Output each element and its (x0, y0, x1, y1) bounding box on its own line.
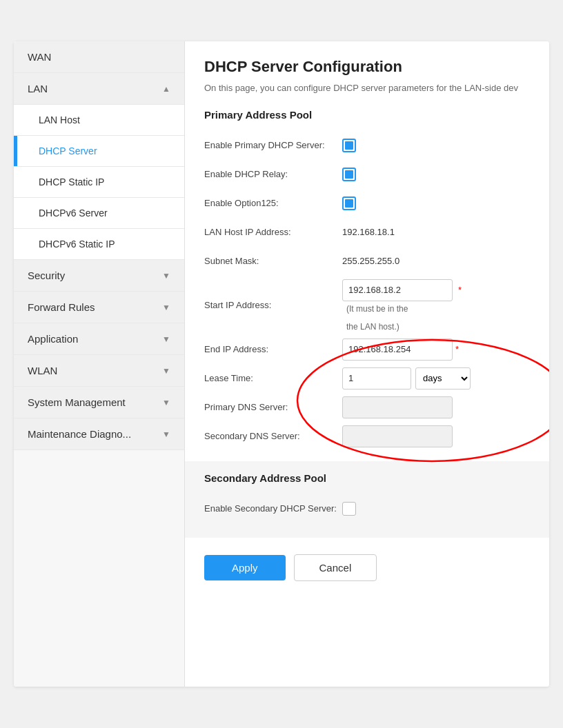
enable-primary-dhcp-checkbox[interactable] (342, 139, 356, 152)
page-description: On this page, you can configure DHCP ser… (204, 81, 530, 95)
sidebar-item-forward-rules[interactable]: Forward Rules ▼ (14, 292, 184, 323)
chevron-up-icon: ▲ (162, 84, 170, 94)
enable-secondary-dhcp-row: Enable Secondary DHCP Server: (204, 498, 530, 520)
enable-secondary-dhcp-label: Enable Secondary DHCP Server: (204, 503, 342, 514)
chevron-down-icon: ▼ (162, 303, 170, 312)
enable-primary-dhcp-row: Enable Primary DHCP Server: (204, 134, 530, 156)
sidebar-item-label: Security (28, 270, 65, 281)
lan-host-ip-value: 192.168.18.1 (342, 227, 395, 237)
sidebar: WAN LAN ▲ LAN Host DHCP Server DHCP Stat… (14, 41, 185, 687)
lease-time-input[interactable] (342, 367, 411, 390)
lease-time-label: Lease Time: (204, 373, 342, 383)
main-content: DHCP Server Configuration On this page, … (185, 41, 549, 687)
primary-pool-header: Primary Address Pool (204, 109, 530, 125)
start-ip-hint: (It must be in the (346, 304, 408, 314)
apply-button[interactable]: Apply (204, 555, 286, 580)
lan-host-ip-label: LAN Host IP Address: (204, 227, 342, 237)
page-title: DHCP Server Configuration (204, 58, 530, 76)
primary-address-pool-section: Primary Address Pool Enable Primary DHCP… (204, 109, 530, 447)
sidebar-item-label: WLAN (28, 365, 57, 376)
secondary-pool-header: Secondary Address Pool (204, 472, 530, 488)
sidebar-item-label: Application (28, 333, 78, 345)
sidebar-item-application[interactable]: Application ▼ (14, 323, 184, 355)
sidebar-item-label: LAN (28, 83, 48, 94)
annotated-fields-container: End IP Address: * Lease Time: days hours… (204, 338, 530, 447)
sidebar-item-label: System Management (28, 396, 126, 408)
secondary-dns-label: Secondary DNS Server: (204, 431, 342, 441)
sidebar-item-wlan[interactable]: WLAN ▼ (14, 355, 184, 387)
sidebar-item-lan-host[interactable]: LAN Host (14, 105, 184, 136)
enable-primary-dhcp-label: Enable Primary DHCP Server: (204, 140, 342, 150)
enable-secondary-dhcp-checkbox[interactable] (342, 502, 356, 516)
cancel-button[interactable]: Cancel (294, 554, 377, 581)
sidebar-item-label: DHCP Static IP (39, 176, 104, 188)
sidebar-item-security[interactable]: Security ▼ (14, 260, 184, 292)
lan-host-ip-row: LAN Host IP Address: 192.168.18.1 (204, 221, 530, 243)
sidebar-item-label: WAN (28, 51, 51, 63)
start-ip-row: Start IP Address: * (It must be in the t… (204, 279, 530, 332)
sidebar-item-dhcp-server[interactable]: DHCP Server (14, 136, 184, 167)
secondary-address-pool-section: Secondary Address Pool Enable Secondary … (185, 461, 549, 538)
sidebar-item-label: DHCPv6 Static IP (39, 239, 115, 250)
action-buttons: Apply Cancel (204, 554, 530, 581)
chevron-down-icon: ▼ (162, 398, 170, 407)
sidebar-item-dhcpv6-server[interactable]: DHCPv6 Server (14, 198, 184, 229)
sidebar-item-label: LAN Host (39, 114, 80, 125)
sidebar-item-wan[interactable]: WAN (14, 41, 184, 73)
enable-option125-label: Enable Option125: (204, 198, 342, 208)
start-ip-label: Start IP Address: (204, 300, 342, 310)
start-ip-input[interactable] (342, 279, 453, 301)
enable-option125-row: Enable Option125: (204, 192, 530, 214)
enable-option125-checkbox[interactable] (342, 196, 356, 210)
sidebar-item-lan[interactable]: LAN ▲ (14, 73, 184, 105)
primary-dns-input[interactable] (342, 396, 453, 418)
chevron-down-icon: ▼ (162, 366, 170, 376)
secondary-dns-input[interactable] (342, 425, 453, 447)
end-ip-input[interactable] (342, 338, 453, 361)
enable-dhcp-relay-row: Enable DHCP Relay: (204, 163, 530, 185)
end-ip-label: End IP Address: (204, 344, 342, 354)
sidebar-item-label: Maintenance Diagno... (28, 428, 131, 440)
lease-time-row: Lease Time: days hours minutes (204, 367, 530, 390)
start-ip-required: * (458, 285, 462, 295)
start-ip-hint2: the LAN host.) (346, 322, 399, 332)
sidebar-item-label: DHCP Server (39, 145, 97, 156)
sidebar-item-dhcpv6-static-ip[interactable]: DHCPv6 Static IP (14, 229, 184, 260)
primary-dns-row: Primary DNS Server: (204, 396, 530, 418)
sidebar-item-system-management[interactable]: System Management ▼ (14, 387, 184, 418)
enable-dhcp-relay-label: Enable DHCP Relay: (204, 169, 342, 179)
chevron-down-icon: ▼ (162, 271, 170, 281)
primary-dns-label: Primary DNS Server: (204, 402, 342, 412)
sidebar-item-label: Forward Rules (28, 301, 95, 313)
end-ip-row: End IP Address: * (204, 338, 530, 361)
subnet-mask-value: 255.255.255.0 (342, 256, 399, 266)
sidebar-item-maintenance[interactable]: Maintenance Diagno... ▼ (14, 418, 184, 450)
sidebar-item-label: DHCPv6 Server (39, 208, 108, 219)
lease-time-control: days hours minutes (342, 367, 471, 390)
sidebar-item-dhcp-static-ip[interactable]: DHCP Static IP (14, 167, 184, 198)
lease-unit-select[interactable]: days hours minutes (415, 367, 471, 390)
subnet-mask-row: Subnet Mask: 255.255.255.0 (204, 250, 530, 272)
chevron-down-icon: ▼ (162, 429, 170, 439)
chevron-down-icon: ▼ (162, 334, 170, 344)
enable-dhcp-relay-checkbox[interactable] (342, 168, 356, 181)
secondary-dns-row: Secondary DNS Server: (204, 425, 530, 447)
subnet-mask-label: Subnet Mask: (204, 256, 342, 266)
end-ip-required: * (455, 344, 459, 354)
